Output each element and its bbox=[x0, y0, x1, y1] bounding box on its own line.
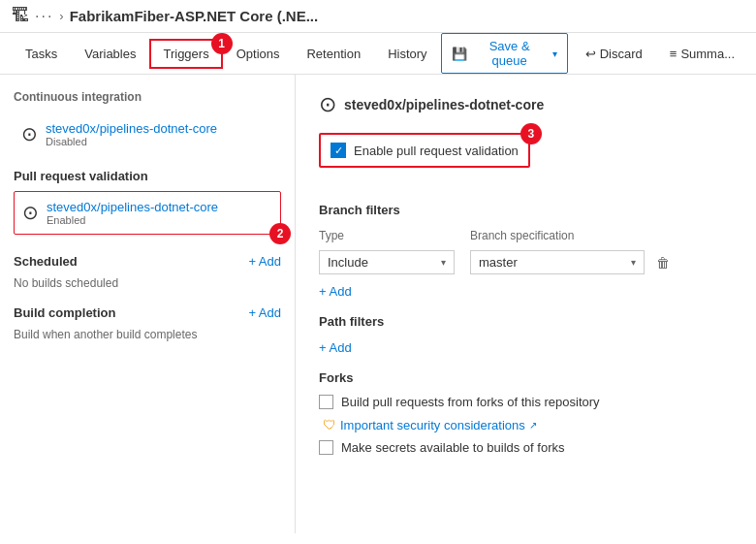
nav-actions: 💾 Save & queue ▾ ↩ Discard ≡ Summa... bbox=[441, 33, 744, 74]
build-forks-label: Build pull requests from forks of this r… bbox=[341, 395, 600, 409]
header: 🏗 ··· › FabrikamFiber-ASP.NET Core (.NE.… bbox=[0, 0, 756, 33]
type-value: Include bbox=[328, 255, 441, 270]
callout-1: 1 bbox=[211, 33, 233, 54]
pr-repo-item[interactable]: ⊙ steved0x/pipelines-dotnet-core Enabled bbox=[14, 191, 281, 235]
scheduled-header: Scheduled + Add bbox=[14, 254, 281, 269]
github-icon-pr: ⊙ bbox=[22, 201, 39, 224]
right-panel: ⊙ steved0x/pipelines-dotnet-core ✓ Enabl… bbox=[296, 75, 756, 533]
forks-title: Forks bbox=[319, 370, 733, 385]
enable-label: Enable pull request validation bbox=[354, 144, 519, 158]
tab-history[interactable]: History bbox=[374, 39, 440, 69]
type-select[interactable]: Include ▾ bbox=[319, 250, 455, 274]
github-icon-right: ⊙ bbox=[319, 92, 336, 117]
tab-variables[interactable]: Variables bbox=[71, 39, 149, 69]
callout-2: 2 bbox=[269, 223, 291, 244]
build-completion-header: Build completion + Add bbox=[14, 305, 281, 320]
ci-section-title: Continuous integration bbox=[14, 90, 281, 104]
branch-select-chevron-icon: ▾ bbox=[631, 257, 636, 268]
build-icon: 🏗 bbox=[12, 6, 29, 26]
nav-tabs: Tasks Variables Triggers 1 Options Reten… bbox=[0, 33, 756, 75]
branch-filters-title: Branch filters bbox=[319, 203, 733, 217]
breadcrumb-chevron: › bbox=[59, 9, 63, 23]
tab-retention[interactable]: Retention bbox=[293, 39, 374, 69]
pr-repo-name: steved0x/pipelines-dotnet-core bbox=[47, 200, 218, 214]
scheduled-empty: No builds scheduled bbox=[14, 276, 281, 298]
tab-options[interactable]: Options bbox=[223, 39, 294, 69]
security-link-row: 🛡 Important security considerations ↗ bbox=[319, 417, 733, 432]
ci-repo-name: steved0x/pipelines-dotnet-core bbox=[46, 121, 217, 136]
page-title: FabrikamFiber-ASP.NET Core (.NE... bbox=[70, 8, 318, 24]
github-icon-ci: ⊙ bbox=[21, 122, 38, 145]
ci-repo-item[interactable]: ⊙ steved0x/pipelines-dotnet-core Disable… bbox=[14, 113, 281, 155]
build-forks-checkbox[interactable] bbox=[319, 395, 333, 409]
secrets-label: Make secrets available to builds of fork… bbox=[341, 440, 565, 455]
add-build-completion-button[interactable]: + Add bbox=[248, 305, 281, 320]
save-queue-button[interactable]: 💾 Save & queue ▾ bbox=[441, 33, 568, 74]
secrets-checkbox[interactable] bbox=[319, 440, 333, 455]
pr-section-header: Pull request validation bbox=[14, 169, 281, 183]
summary-label: Summa... bbox=[680, 47, 735, 61]
build-completion-title: Build completion bbox=[14, 305, 115, 320]
shield-icon: 🛡 bbox=[323, 417, 336, 432]
add-branch-filter-button[interactable]: + Add bbox=[319, 284, 352, 299]
ci-repo-status: Disabled bbox=[46, 136, 217, 147]
type-label: Type bbox=[319, 229, 455, 242]
right-repo-header: ⊙ steved0x/pipelines-dotnet-core bbox=[319, 92, 733, 117]
tab-tasks[interactable]: Tasks bbox=[12, 39, 71, 69]
main-content: Continuous integration ⊙ steved0x/pipeli… bbox=[0, 75, 756, 533]
enable-checkbox[interactable]: ✓ bbox=[331, 143, 346, 158]
branch-spec-select[interactable]: master ▾ bbox=[470, 250, 645, 274]
save-label: Save & queue bbox=[471, 39, 549, 68]
branch-spec-label: Branch specification bbox=[470, 229, 674, 242]
add-path-filter-button[interactable]: + Add bbox=[319, 340, 352, 355]
left-panel: Continuous integration ⊙ steved0x/pipeli… bbox=[0, 75, 296, 533]
more-options[interactable]: ··· bbox=[35, 8, 53, 25]
forks-section: Forks Build pull requests from forks of … bbox=[319, 370, 733, 455]
external-link-icon: ↗ bbox=[529, 420, 537, 431]
type-filter-col: Type Include ▾ bbox=[319, 229, 455, 274]
add-scheduled-button[interactable]: + Add bbox=[248, 254, 281, 269]
delete-branch-filter-button[interactable]: 🗑 bbox=[652, 251, 674, 274]
right-repo-name: steved0x/pipelines-dotnet-core bbox=[344, 97, 544, 112]
enable-pr-validation-container[interactable]: ✓ Enable pull request validation bbox=[319, 133, 530, 168]
discard-label: Discard bbox=[600, 47, 643, 61]
pr-repo-info: steved0x/pipelines-dotnet-core Enabled bbox=[47, 200, 218, 226]
scheduled-title: Scheduled bbox=[14, 254, 78, 269]
type-select-chevron-icon: ▾ bbox=[441, 257, 446, 268]
save-chevron-icon: ▾ bbox=[552, 48, 557, 59]
pr-repo-status: Enabled bbox=[47, 214, 218, 226]
pr-section-title: Pull request validation bbox=[14, 169, 148, 183]
undo-icon: ↩ bbox=[585, 47, 596, 61]
path-filters-title: Path filters bbox=[319, 314, 733, 329]
menu-icon: ≡ bbox=[670, 47, 677, 61]
ci-repo-info: steved0x/pipelines-dotnet-core Disabled bbox=[46, 121, 217, 147]
summary-button[interactable]: ≡ Summa... bbox=[660, 42, 744, 66]
branch-filter-row: Type Include ▾ Branch specification mast… bbox=[319, 229, 733, 274]
save-icon: 💾 bbox=[452, 47, 467, 61]
branch-spec-value: master bbox=[479, 255, 631, 270]
branch-spec-col: Branch specification master ▾ 🗑 bbox=[470, 229, 674, 274]
build-forks-row: Build pull requests from forks of this r… bbox=[319, 395, 733, 409]
path-filters-section: Path filters + Add bbox=[319, 314, 733, 355]
check-icon: ✓ bbox=[334, 144, 343, 157]
security-link[interactable]: Important security considerations bbox=[340, 418, 525, 432]
secrets-row: Make secrets available to builds of fork… bbox=[319, 440, 733, 455]
callout-3: 3 bbox=[520, 123, 542, 144]
build-completion-empty: Build when another build completes bbox=[14, 328, 281, 349]
discard-button[interactable]: ↩ Discard bbox=[576, 42, 652, 66]
